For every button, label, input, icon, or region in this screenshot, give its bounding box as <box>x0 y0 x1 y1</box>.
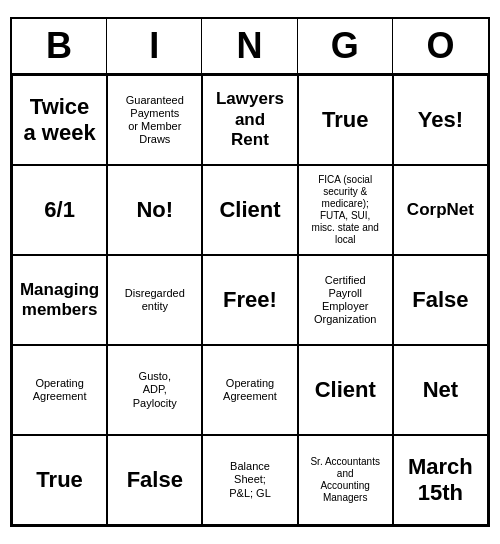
bingo-header: BINGO <box>12 19 488 75</box>
bingo-cell: OperatingAgreement <box>12 345 107 435</box>
bingo-cell: OperatingAgreement <box>202 345 297 435</box>
bingo-cell: FICA (socialsecurity &medicare);FUTA, SU… <box>298 165 393 255</box>
header-letter: G <box>298 19 393 73</box>
bingo-cell: CertifiedPayrollEmployerOrganization <box>298 255 393 345</box>
bingo-cell: Yes! <box>393 75 488 165</box>
bingo-cell: Managingmembers <box>12 255 107 345</box>
bingo-cell: Gusto,ADP,Paylocity <box>107 345 202 435</box>
header-letter: B <box>12 19 107 73</box>
header-letter: N <box>202 19 297 73</box>
bingo-cell: No! <box>107 165 202 255</box>
header-letter: O <box>393 19 488 73</box>
bingo-cell: LawyersandRent <box>202 75 297 165</box>
bingo-cell: Sr. AccountantsandAccountingManagers <box>298 435 393 525</box>
bingo-cell: True <box>298 75 393 165</box>
bingo-cell: GuaranteedPaymentsor MemberDraws <box>107 75 202 165</box>
bingo-cell: True <box>12 435 107 525</box>
header-letter: I <box>107 19 202 73</box>
bingo-grid: Twicea weekGuaranteedPaymentsor MemberDr… <box>12 75 488 525</box>
bingo-cell: False <box>393 255 488 345</box>
bingo-cell: Client <box>298 345 393 435</box>
bingo-cell: Net <box>393 345 488 435</box>
bingo-cell: BalanceSheet;P&L; GL <box>202 435 297 525</box>
bingo-cell: False <box>107 435 202 525</box>
bingo-card: BINGO Twicea weekGuaranteedPaymentsor Me… <box>10 17 490 527</box>
bingo-cell: Free! <box>202 255 297 345</box>
bingo-cell: CorpNet <box>393 165 488 255</box>
bingo-cell: 6/1 <box>12 165 107 255</box>
bingo-cell: Twicea week <box>12 75 107 165</box>
bingo-cell: Disregardedentity <box>107 255 202 345</box>
bingo-cell: March15th <box>393 435 488 525</box>
bingo-cell: Client <box>202 165 297 255</box>
